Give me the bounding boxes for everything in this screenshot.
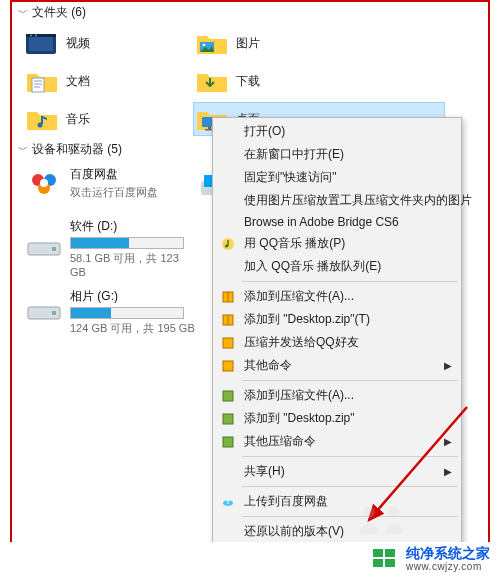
archive-icon [220, 434, 236, 450]
chevron-down-icon: ﹀ [18, 6, 28, 20]
drive-usage-fill [71, 308, 111, 318]
folder-video[interactable]: 视频 [24, 27, 184, 59]
svg-rect-45 [385, 559, 395, 567]
menu-restore-previous[interactable]: 还原以前的版本(V) [214, 520, 460, 543]
menu-separator [242, 456, 458, 457]
menu-separator [242, 380, 458, 381]
folder-downloads[interactable]: 下载 [194, 65, 354, 97]
folder-music[interactable]: 音乐 [24, 103, 184, 135]
svg-point-40 [363, 506, 375, 518]
menu-add-archive-a[interactable]: 添加到压缩文件(A)... [214, 285, 460, 308]
menu-separator [242, 281, 458, 282]
watermark-title: 纯净系统之家 [406, 546, 490, 561]
svg-rect-42 [373, 549, 383, 557]
menu-other-cmd[interactable]: 其他命令 ▶ [214, 354, 460, 377]
music-folder-icon [26, 105, 58, 133]
archive-icon [220, 289, 236, 305]
drive-sub: 双击运行百度网盘 [70, 185, 158, 200]
context-menu: 打开(O) 在新窗口中打开(E) 固定到"快速访问" 使用图片压缩放置工具压缩文… [212, 117, 462, 576]
svg-point-6 [203, 44, 206, 47]
menu-other-compress[interactable]: 其他压缩命令 ▶ [214, 430, 460, 453]
menu-separator [242, 516, 458, 517]
svg-rect-26 [52, 311, 56, 315]
folder-label: 文档 [66, 73, 90, 90]
archive-icon [220, 388, 236, 404]
drive-name: 相片 (G:) [70, 288, 195, 305]
archive-icon [220, 335, 236, 351]
svg-rect-36 [223, 414, 233, 424]
svg-rect-37 [223, 437, 233, 447]
drive-usage-fill [71, 238, 129, 248]
folder-label: 下载 [236, 73, 260, 90]
archive-icon [220, 411, 236, 427]
svg-rect-34 [223, 361, 233, 371]
svg-point-18 [40, 179, 48, 187]
drive-usage-text: 124 GB 可用，共 195 GB [70, 321, 195, 336]
documents-folder-icon [26, 67, 58, 95]
menu-open-new-window[interactable]: 在新窗口中打开(E) [214, 143, 460, 166]
drive-d[interactable]: 软件 (D:) 58.1 GB 可用，共 123 GB [26, 218, 196, 278]
drive-usage-text: 58.1 GB 可用，共 123 GB [70, 251, 196, 278]
menu-compress-qq[interactable]: 压缩并发送给QQ好友 [214, 331, 460, 354]
folder-label: 视频 [66, 35, 90, 52]
svg-rect-33 [223, 338, 233, 348]
drive-usage-bar [70, 237, 184, 249]
svg-point-11 [38, 123, 43, 128]
svg-rect-7 [32, 78, 44, 92]
chevron-down-icon: ﹀ [18, 143, 28, 157]
menu-add-desktop-zip2[interactable]: 添加到 "Desktop.zip" [214, 407, 460, 430]
menu-share[interactable]: 共享(H)▶ [214, 460, 460, 483]
drive-baidu[interactable]: 百度网盘 双击运行百度网盘 [26, 166, 196, 200]
explorer-frame: ﹀ 文件夹 (6) 视频 图片 文档 下载 [10, 0, 490, 545]
svg-point-28 [225, 244, 228, 247]
menu-open[interactable]: 打开(O) [214, 120, 460, 143]
archive-icon [220, 358, 236, 374]
folders-header-label: 文件夹 (6) [32, 4, 86, 21]
folder-label: 音乐 [66, 111, 90, 128]
submenu-arrow-icon: ▶ [444, 436, 452, 447]
watermark-footer: 纯净系统之家 www.cwjzy.com [0, 542, 500, 576]
hard-drive-icon [26, 296, 62, 328]
folder-pictures[interactable]: 图片 [194, 27, 354, 59]
menu-upload-baidu[interactable]: 上传到百度网盘 [214, 490, 460, 513]
menu-add-desktop-zip[interactable]: 添加到 "Desktop.zip"(T) [214, 308, 460, 331]
archive-icon [220, 312, 236, 328]
watermark-people-icon [354, 502, 414, 536]
menu-qq-play[interactable]: 用 QQ音乐 播放(P) [214, 232, 460, 255]
hard-drive-icon [26, 232, 62, 264]
svg-rect-43 [385, 549, 395, 557]
svg-rect-44 [373, 559, 383, 567]
cloud-upload-icon [220, 494, 236, 510]
svg-rect-24 [52, 247, 56, 251]
folder-label: 图片 [236, 35, 260, 52]
drive-name: 软件 (D:) [70, 218, 196, 235]
site-logo-icon [372, 548, 398, 570]
svg-point-4 [35, 35, 37, 37]
drive-name: 百度网盘 [70, 166, 158, 183]
svg-rect-13 [208, 127, 211, 129]
qqmusic-icon [220, 236, 236, 252]
menu-separator [242, 486, 458, 487]
menu-browse-bridge[interactable]: Browse in Adobe Bridge CS6 [214, 212, 460, 232]
svg-rect-35 [223, 391, 233, 401]
pictures-folder-icon [196, 29, 228, 57]
folders-section-header[interactable]: ﹀ 文件夹 (6) [12, 2, 488, 23]
video-folder-icon [26, 29, 58, 57]
svg-point-3 [30, 35, 32, 37]
submenu-arrow-icon: ▶ [444, 360, 452, 371]
baidu-cloud-icon [26, 167, 62, 199]
downloads-folder-icon [196, 67, 228, 95]
svg-point-41 [388, 506, 400, 518]
drive-usage-bar [70, 307, 184, 319]
submenu-arrow-icon: ▶ [444, 466, 452, 477]
menu-qq-addlist[interactable]: 加入 QQ音乐 播放队列(E) [214, 255, 460, 278]
menu-pin-quick-access[interactable]: 固定到"快速访问" [214, 166, 460, 189]
menu-compress-images[interactable]: 使用图片压缩放置工具压缩文件夹内的图片 [214, 189, 460, 212]
menu-add-archive-b[interactable]: 添加到压缩文件(A)... [214, 384, 460, 407]
drives-header-label: 设备和驱动器 (5) [32, 141, 122, 158]
svg-rect-1 [29, 37, 53, 51]
watermark-url: www.cwjzy.com [406, 561, 490, 572]
folder-documents[interactable]: 文档 [24, 65, 184, 97]
drive-g[interactable]: 相片 (G:) 124 GB 可用，共 195 GB [26, 288, 196, 336]
